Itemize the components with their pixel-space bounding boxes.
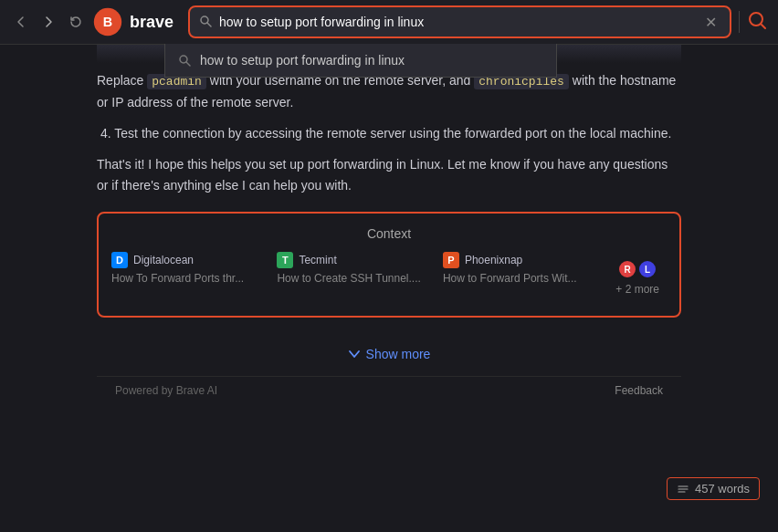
svg-text:B: B [103,15,112,29]
page-content: Replace pcadmin with your username on th… [0,45,778,532]
address-input[interactable] [219,15,694,29]
autocomplete-dropdown: how to setup port forwarding in linux [164,44,557,78]
answer-body: Replace pcadmin with your username on th… [97,70,681,197]
word-count-badge: 457 words [667,477,760,500]
digitalocean-name: Digitalocean [133,254,194,266]
source-header-do: D Digitalocean [111,252,266,268]
tecmint-logo: T [277,252,293,268]
nav-buttons [11,12,86,32]
forward-button[interactable] [38,12,58,32]
autocomplete-suggestion: how to setup port forwarding in linux [200,53,405,68]
more-label: + 2 more [615,283,659,296]
brave-search-icon[interactable] [747,10,767,35]
toolbar-divider [739,11,740,33]
tecmint-name: Tecmint [299,254,336,266]
source-card-digitalocean[interactable]: D Digitalocean How To Forward Ports thr.… [111,252,266,285]
tecmint-desc: How to Create SSH Tunnel.... [277,272,431,285]
svg-line-7 [186,62,190,66]
phoenixnap-desc: How to Forward Ports Wit... [443,272,597,285]
feedback-link[interactable]: Feedback [615,384,663,397]
phoenixnap-name: Phoenixnap [465,254,522,266]
browser-toolbar: B brave ✕ [0,0,778,45]
brave-logo: B brave [93,7,173,37]
svg-line-3 [207,23,211,26]
digitalocean-desc: How To Forward Ports thr... [111,272,266,285]
svg-point-4 [750,13,762,26]
source-card-phoenixnap[interactable]: P Phoenixnap How to Forward Ports Wit... [443,252,597,285]
page-footer: Powered by Brave AI Feedback [97,376,681,404]
avatar-2: L [637,259,657,279]
back-button[interactable] [11,12,31,32]
arrow-down-icon [348,348,361,360]
reload-button[interactable] [66,12,86,32]
powered-by: Powered by Brave AI [115,384,217,397]
clear-button[interactable]: ✕ [701,14,720,31]
source-header-tm: T Tecmint [277,252,431,268]
lines-icon [677,483,689,495]
more-sources[interactable]: R L + 2 more [608,252,667,303]
step-4: 4. Test the connection by accessing the … [97,123,681,145]
address-search-icon [199,15,212,30]
svg-line-5 [762,25,765,28]
show-more-row: Show more [97,332,681,376]
word-count-text: 457 words [695,482,750,495]
address-bar[interactable]: ✕ [188,5,731,38]
autocomplete-search-icon [178,54,191,67]
digitalocean-logo: D [111,252,128,268]
show-more-label: Show more [366,347,431,361]
autocomplete-item[interactable]: how to setup port forwarding in linux [165,44,556,77]
source-card-tecmint[interactable]: T Tecmint How to Create SSH Tunnel.... [277,252,431,285]
phoenixnap-logo: P [443,252,459,268]
conclusion-text: That's it! I hope this helps you set up … [97,154,681,198]
brave-lion-icon: B [93,7,122,37]
source-header-px: P Phoenixnap [443,252,597,268]
brand-name: brave [130,13,173,32]
more-avatars: R L [617,259,657,279]
context-sources: D Digitalocean How To Forward Ports thr.… [111,252,667,303]
show-more-button[interactable]: Show more [348,347,431,361]
avatar-1: R [617,259,637,279]
context-title: Context [111,226,667,241]
context-box: Context D Digitalocean How To Forward Po… [97,212,681,318]
